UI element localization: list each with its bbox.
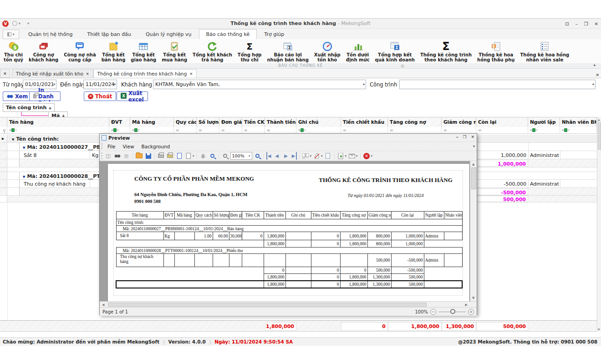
pin-window-icon[interactable]: ⊡: [565, 21, 569, 26]
col-nguoi-lap[interactable]: Người lập: [528, 117, 560, 127]
view-button[interactable]: Xem: [3, 91, 32, 101]
scroll-up-icon[interactable]: ▲: [472, 162, 474, 166]
chevron-down-icon[interactable]: ▾: [363, 82, 365, 86]
preview-horizontal-scrollbar[interactable]: ◀ ▶: [100, 301, 477, 307]
ribbon-item-cong-no-nha-cung-cap[interactable]: Công nợ nhàcung cấp: [61, 39, 98, 62]
chevron-down-icon[interactable]: ▾: [321, 154, 323, 158]
doc-tab-cong-trinh-khach-hang[interactable]: Thống kê công trình theo khách hàng ✕: [93, 69, 197, 78]
close-all-tabs-icon[interactable]: ✕: [0, 69, 10, 78]
quick-access-icon[interactable]: [12, 21, 17, 26]
filter-so-luong[interactable]: =: [197, 127, 219, 133]
scale-icon[interactable]: [184, 152, 192, 160]
scroll-up-icon[interactable]: ▲: [598, 118, 600, 121]
chevron-down-icon[interactable]: ▾: [371, 154, 373, 158]
menu-file[interactable]: File: [104, 143, 119, 150]
filter-tien-ck[interactable]: =: [242, 127, 265, 133]
ribbon-item-tong-ket-ban-hang[interactable]: Tổng kếtbán hàng: [99, 39, 128, 62]
prev-page-icon[interactable]: ◀: [273, 152, 281, 160]
page-color-icon[interactable]: [313, 152, 321, 160]
to-date-input[interactable]: 11/01/2024▾: [83, 80, 117, 89]
filter-don-gia[interactable]: =: [219, 127, 242, 133]
zoom-combo[interactable]: 100%▾: [230, 152, 252, 160]
collapse-icon[interactable]: ▼: [23, 146, 25, 150]
filter-tang-cong-no[interactable]: =: [388, 127, 442, 133]
tab-quan-tri-he-thong[interactable]: Quản trị hệ thống: [21, 29, 80, 39]
ribbon-collapse-icon[interactable]: ▴: [593, 62, 596, 67]
tab-thiet-lap-ban-dau[interactable]: Thiết lập ban đầu: [80, 29, 138, 39]
menu-view[interactable]: View: [120, 143, 138, 150]
filter-nhan-vien-bh[interactable]: ac: [560, 127, 597, 133]
ribbon-item-bao-cao-loi-nhuan[interactable]: Σ Báo cáo lợinhuận bán hàng: [264, 39, 311, 62]
minimize-icon[interactable]: –: [456, 135, 458, 139]
close-icon[interactable]: ✕: [595, 21, 598, 26]
ribbon-item-tong-ket-mua-hang[interactable]: Tổng kếtmua hàng: [159, 39, 190, 62]
restore-icon[interactable]: ❐: [584, 21, 588, 26]
col-ten-hang[interactable]: Tên hàng: [7, 117, 109, 127]
scroll-left-icon[interactable]: ◀: [102, 303, 104, 307]
maximize-icon[interactable]: ❐: [463, 135, 466, 139]
filter-ghi-chu[interactable]: ac: [296, 127, 341, 133]
email-icon[interactable]: [348, 152, 356, 160]
chevron-down-icon[interactable]: ▾: [53, 82, 55, 86]
scrollbar-thumb[interactable]: [108, 303, 427, 307]
scroll-right-icon[interactable]: ▶: [465, 303, 468, 307]
col-giam-cong-no[interactable]: Giảm công nợ: [442, 117, 476, 127]
chevron-down-icon[interactable]: ▾: [592, 82, 594, 86]
zoom-slider[interactable]: [438, 312, 466, 312]
zoom-in-icon[interactable]: [254, 152, 261, 160]
tab-close-icon[interactable]: ✕: [86, 72, 89, 76]
minimize-icon[interactable]: –: [576, 21, 578, 26]
col-ma-hang[interactable]: Mã hàng: [130, 117, 174, 127]
tab-bao-cao-thong-ke[interactable]: Báo cáo thống kê: [199, 29, 257, 39]
last-page-icon[interactable]: ▶: [291, 152, 297, 160]
col-tang-cong-no[interactable]: Tăng công nợ: [388, 117, 442, 127]
scroll-down-icon[interactable]: ▼: [598, 328, 600, 331]
tab-close-icon[interactable]: ✕: [189, 72, 193, 76]
chevron-down-icon[interactable]: ▾: [310, 154, 312, 158]
hand-tool-icon[interactable]: [199, 152, 207, 160]
collapse-icon[interactable]: ▼: [12, 138, 14, 142]
first-page-icon[interactable]: ◀: [266, 152, 272, 160]
ribbon-item-thong-ke-cong-trinh[interactable]: Σ Thống kê công trìnhtheo khách hàng: [418, 39, 474, 62]
exit-preview-icon[interactable]: ✕: [363, 152, 371, 160]
print-icon[interactable]: [157, 152, 165, 160]
menu-background[interactable]: Background: [138, 143, 173, 150]
filter-giam-cong-no[interactable]: =: [442, 127, 476, 133]
export-document-icon[interactable]: [337, 152, 345, 160]
tabbar-close-icon[interactable]: ✕: [596, 73, 599, 77]
chevron-down-icon[interactable]: ▾: [193, 154, 194, 158]
grid-vertical-scrollbar[interactable]: ▲ ▼: [597, 117, 601, 332]
tab-tro-giup[interactable]: Trợ giúp: [257, 29, 291, 39]
ribbon-app-button[interactable]: ▾: [3, 30, 19, 39]
chevron-down-icon[interactable]: ▾: [345, 154, 347, 158]
open-icon[interactable]: [135, 152, 143, 160]
ribbon-item-tong-ket-giao-hang[interactable]: Tổng kếtgiao hàng: [128, 39, 159, 62]
customer-combo[interactable]: KHTAM, Nguyễn Văn Tam,▾: [153, 80, 366, 89]
search-icon[interactable]: [113, 152, 121, 160]
toolbar-options-dropdown-icon[interactable]: ▾: [27, 21, 29, 25]
ribbon-item-cong-no-khach-hang[interactable]: Công nợkhách hàng: [26, 39, 61, 62]
filter-dvt[interactable]: ac: [109, 127, 130, 133]
col-dvt[interactable]: ĐVT: [109, 117, 130, 127]
ribbon-item-thu-chi-ton-quy[interactable]: $ Thu chitồn quỹ: [1, 39, 26, 62]
quick-access-dropdown-icon[interactable]: ▾: [19, 21, 20, 25]
filter-quy-cach[interactable]: =: [174, 127, 197, 133]
exit-button[interactable]: ✕ Thoát: [84, 91, 116, 101]
close-icon[interactable]: ✕: [471, 135, 474, 139]
page-setup-icon[interactable]: [175, 152, 183, 160]
zoom-in-button[interactable]: +: [468, 309, 474, 315]
scroll-down-icon[interactable]: ▼: [472, 296, 474, 300]
scrollbar-thumb[interactable]: [471, 167, 476, 189]
ribbon-item-hoa-hong-thau-phu[interactable]: E Thống kê hoahồng thầu phụ: [474, 39, 517, 62]
ribbon-item-hoa-hong-nhan-vien-sale[interactable]: Thống kê hoa hồngnhân viên sale: [517, 39, 572, 62]
magnifier-icon[interactable]: [209, 152, 216, 160]
zoom-out-icon[interactable]: [221, 152, 229, 160]
print-direct-icon[interactable]: [166, 152, 174, 160]
col-tien-ck[interactable]: Tiền CK: [242, 117, 265, 127]
watermark-icon[interactable]: [324, 152, 332, 160]
filter-tien-chiet-khau[interactable]: =: [341, 127, 388, 133]
chevron-down-icon[interactable]: ▾: [114, 82, 116, 86]
filter-ma-hang[interactable]: ac: [130, 127, 174, 133]
ribbon-item-ton-duoi-dinh-muc[interactable]: Tồn dướiđịnh mức: [343, 39, 372, 62]
filter-nguoi-lap[interactable]: ac: [528, 127, 560, 133]
